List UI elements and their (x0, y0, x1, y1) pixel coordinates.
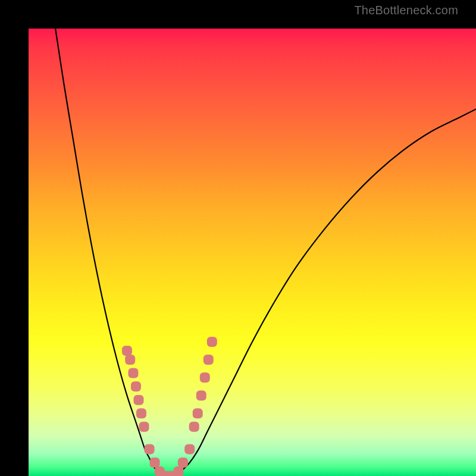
data-marker (133, 395, 143, 405)
left-curve (55, 29, 162, 476)
data-marker (207, 337, 217, 347)
data-marker (200, 372, 210, 383)
data-marker (125, 355, 135, 365)
data-marker (193, 408, 203, 418)
data-marker (136, 408, 146, 418)
bottleneck-curve-chart (29, 29, 476, 476)
chart-frame (0, 0, 476, 476)
data-marker (189, 422, 199, 432)
data-marker (184, 444, 195, 454)
data-marker (203, 355, 214, 365)
data-marker (122, 346, 132, 356)
data-marker (178, 458, 188, 468)
watermark-text: TheBottleneck.com (354, 4, 458, 17)
data-marker (139, 422, 149, 432)
data-marker (150, 458, 160, 468)
plot-area (29, 29, 476, 476)
data-marker (145, 444, 155, 454)
right-curve (176, 109, 476, 476)
data-marker (174, 471, 183, 476)
data-marker (131, 381, 141, 392)
data-marker (196, 390, 206, 400)
data-marker (128, 368, 138, 378)
